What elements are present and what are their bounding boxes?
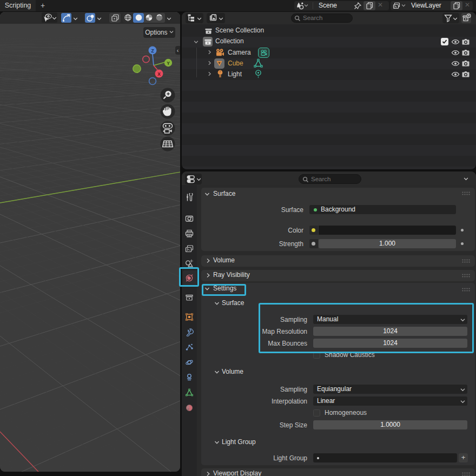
svg-text:Y: Y xyxy=(167,61,170,66)
svg-text:Z: Z xyxy=(151,48,154,54)
svg-text:X: X xyxy=(157,71,161,77)
